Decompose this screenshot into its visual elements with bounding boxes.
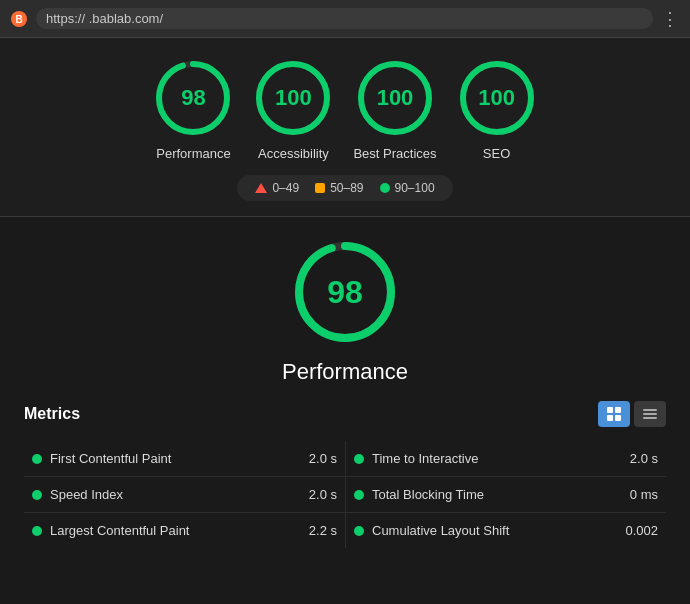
svg-rect-12 (607, 407, 613, 413)
metric-value-tbt: 0 ms (630, 487, 658, 502)
score-label-accessibility: Accessibility (258, 146, 329, 161)
score-circle-performance: 98 (153, 58, 233, 138)
scores-row: 98 Performance 100 Accessibility 1 (153, 58, 536, 161)
browser-favicon: B (10, 10, 28, 28)
metric-left-cls: Cumulative Layout Shift (354, 523, 509, 538)
metric-value-tti: 2.0 s (630, 451, 658, 466)
metric-left-fcp: First Contentful Paint (32, 451, 171, 466)
metric-name-fcp: First Contentful Paint (50, 451, 171, 466)
metric-item-tbt: Total Blocking Time 0 ms (345, 477, 666, 513)
browser-bar: B https:// .bablab.com/ ⋮ (0, 0, 690, 38)
main-section: 98 Performance Metrics (0, 217, 690, 558)
metrics-title: Metrics (24, 405, 80, 423)
metric-dot-tti (354, 454, 364, 464)
metric-left-lcp: Largest Contentful Paint (32, 523, 189, 538)
toggle-treemap-button[interactable] (598, 401, 630, 427)
metric-value-si: 2.0 s (309, 487, 337, 502)
metric-item-tti: Time to Interactive 2.0 s (345, 441, 666, 477)
score-circle-seo: 100 (457, 58, 537, 138)
legend-label-green: 90–100 (395, 181, 435, 195)
svg-rect-15 (615, 415, 621, 421)
score-value-seo: 100 (478, 85, 515, 111)
metric-name-cls: Cumulative Layout Shift (372, 523, 509, 538)
score-circle-accessibility: 100 (253, 58, 333, 138)
score-label-best-practices: Best Practices (353, 146, 436, 161)
metric-item-lcp: Largest Contentful Paint 2.2 s (24, 513, 345, 548)
metric-dot-lcp (32, 526, 42, 536)
metrics-toggle (598, 401, 666, 427)
metric-left-si: Speed Index (32, 487, 123, 502)
metric-dot-tbt (354, 490, 364, 500)
metric-left-tti: Time to Interactive (354, 451, 478, 466)
score-item-accessibility: 100 Accessibility (253, 58, 333, 161)
score-item-best-practices: 100 Best Practices (353, 58, 436, 161)
metric-value-lcp: 2.2 s (309, 523, 337, 538)
metric-name-si: Speed Index (50, 487, 123, 502)
legend-item-orange: 50–89 (315, 181, 363, 195)
toggle-list-button[interactable] (634, 401, 666, 427)
score-item-performance: 98 Performance (153, 58, 233, 161)
big-score-label: Performance (282, 359, 408, 385)
metric-left-tbt: Total Blocking Time (354, 487, 484, 502)
legend-dot-green (380, 183, 390, 193)
legend-row: 0–49 50–89 90–100 (237, 175, 452, 201)
metric-dot-fcp (32, 454, 42, 464)
big-score-circle: 98 (290, 237, 400, 347)
score-circle-best-practices: 100 (355, 58, 435, 138)
list-icon (642, 406, 658, 422)
svg-rect-13 (615, 407, 621, 413)
scores-section: 98 Performance 100 Accessibility 1 (0, 38, 690, 217)
svg-text:B: B (15, 14, 22, 25)
big-score-value: 98 (327, 274, 363, 311)
browser-url[interactable]: https:// .bablab.com/ (36, 8, 653, 29)
metric-dot-si (32, 490, 42, 500)
svg-rect-14 (607, 415, 613, 421)
svg-rect-18 (643, 417, 657, 419)
metrics-header: Metrics (24, 401, 666, 427)
browser-menu-icon[interactable]: ⋮ (661, 8, 680, 30)
legend-item-green: 90–100 (380, 181, 435, 195)
svg-rect-16 (643, 409, 657, 411)
metric-item-si: Speed Index 2.0 s (24, 477, 345, 513)
svg-rect-17 (643, 413, 657, 415)
legend-label-red: 0–49 (272, 181, 299, 195)
score-label-seo: SEO (483, 146, 510, 161)
metric-name-lcp: Largest Contentful Paint (50, 523, 189, 538)
score-value-accessibility: 100 (275, 85, 312, 111)
metric-value-cls: 0.002 (625, 523, 658, 538)
score-item-seo: 100 SEO (457, 58, 537, 161)
score-value-performance: 98 (181, 85, 205, 111)
metric-item-cls: Cumulative Layout Shift 0.002 (345, 513, 666, 548)
metric-item-fcp: First Contentful Paint 2.0 s (24, 441, 345, 477)
metrics-grid: First Contentful Paint 2.0 s Time to Int… (24, 441, 666, 548)
legend-label-orange: 50–89 (330, 181, 363, 195)
score-label-performance: Performance (156, 146, 230, 161)
big-score-container: 98 Performance (20, 237, 670, 385)
metrics-section: Metrics (20, 401, 670, 548)
legend-dot-orange (315, 183, 325, 193)
score-value-best-practices: 100 (377, 85, 414, 111)
legend-item-red: 0–49 (255, 181, 299, 195)
legend-dot-red (255, 183, 267, 193)
metric-name-tti: Time to Interactive (372, 451, 478, 466)
treemap-icon (606, 406, 622, 422)
metric-dot-cls (354, 526, 364, 536)
metric-name-tbt: Total Blocking Time (372, 487, 484, 502)
metric-value-fcp: 2.0 s (309, 451, 337, 466)
